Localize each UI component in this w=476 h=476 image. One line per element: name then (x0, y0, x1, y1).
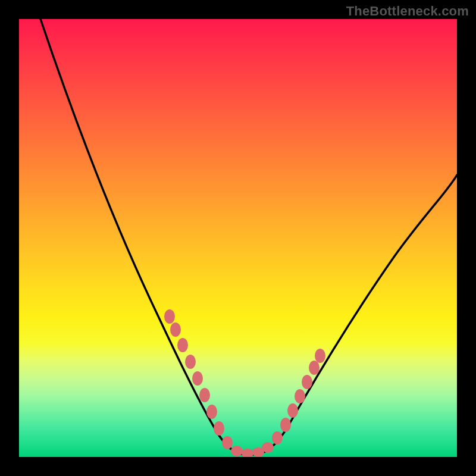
svg-point-7 (214, 421, 224, 436)
highlight-dots (164, 309, 325, 457)
watermark-text: TheBottleneck.com (346, 4, 469, 19)
svg-point-8 (222, 436, 233, 449)
svg-point-10 (242, 449, 253, 457)
svg-point-3 (185, 355, 196, 369)
svg-point-16 (295, 389, 305, 403)
svg-point-6 (206, 405, 217, 419)
bottleneck-curve (19, 19, 457, 457)
svg-point-4 (192, 371, 203, 386)
plot-area (19, 19, 457, 457)
curve-path (40, 19, 457, 455)
svg-point-5 (199, 388, 210, 402)
svg-point-19 (315, 349, 325, 363)
svg-point-2 (177, 338, 188, 352)
chart-frame: TheBottleneck.com (0, 0, 476, 476)
svg-point-1 (170, 322, 181, 337)
svg-point-0 (164, 309, 175, 324)
svg-point-18 (309, 361, 320, 375)
svg-point-13 (272, 431, 283, 444)
svg-point-17 (302, 375, 312, 389)
svg-point-9 (231, 446, 243, 456)
svg-point-15 (287, 403, 298, 418)
svg-point-12 (262, 442, 274, 453)
svg-point-14 (280, 418, 291, 432)
